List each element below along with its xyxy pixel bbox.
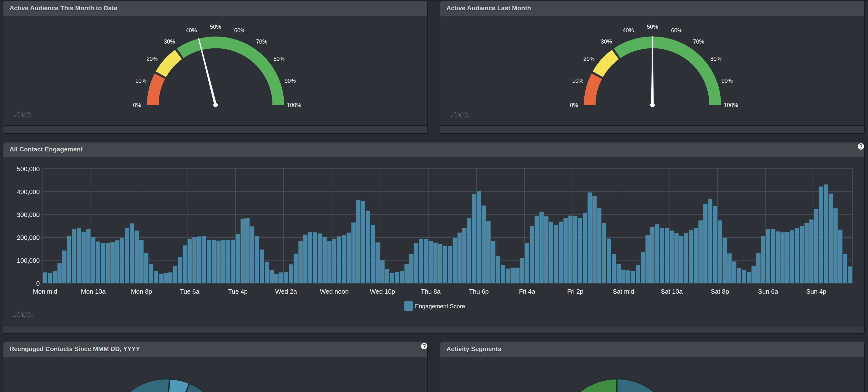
svg-text:?: ? [423, 343, 426, 349]
svg-text:40%: 40% [623, 27, 634, 34]
svg-text:30%: 30% [164, 38, 175, 45]
svg-text:100,000: 100,000 [17, 257, 40, 264]
svg-text:Tue 4p: Tue 4p [228, 288, 248, 295]
svg-text:Reengaged Contacts Since MMM D: Reengaged Contacts Since MMM DD, YYYY [9, 345, 140, 353]
svg-text:10%: 10% [135, 78, 147, 84]
svg-text:Sat 10a: Sat 10a [661, 288, 683, 295]
svg-text:20%: 20% [147, 56, 158, 62]
svg-text:Thu 8a: Thu 8a [421, 288, 441, 295]
svg-text:Active Audience Last Month: Active Audience Last Month [446, 4, 531, 12]
svg-text:Engagement Score: Engagement Score [415, 303, 465, 309]
svg-text:200,000: 200,000 [17, 234, 40, 241]
svg-text:50%: 50% [647, 24, 658, 30]
svg-text:0: 0 [36, 280, 40, 287]
svg-text:90%: 90% [285, 78, 296, 84]
svg-text:500,000: 500,000 [17, 165, 40, 173]
svg-text:30%: 30% [601, 38, 612, 45]
svg-text:Fri 2p: Fri 2p [567, 288, 583, 295]
svg-text:90%: 90% [721, 78, 733, 84]
svg-text:All Contact Engagement: All Contact Engagement [9, 145, 83, 153]
svg-text:Mon 10a: Mon 10a [81, 288, 106, 295]
svg-text:0%: 0% [570, 102, 578, 108]
svg-text:Fri 4a: Fri 4a [519, 288, 535, 295]
svg-text:80%: 80% [710, 56, 721, 62]
svg-text:Wed noon: Wed noon [320, 288, 349, 295]
svg-text:80%: 80% [273, 56, 285, 62]
svg-text:40%: 40% [186, 27, 197, 34]
svg-text:Sat 8p: Sat 8p [711, 288, 729, 295]
svg-text:10%: 10% [572, 78, 583, 84]
svg-text:Active Audience This Month to: Active Audience This Month to Date [9, 4, 118, 12]
svg-text:Sat mid: Sat mid [613, 288, 634, 295]
svg-text:300,000: 300,000 [17, 211, 40, 219]
svg-text:Thu 6p: Thu 6p [469, 288, 489, 295]
svg-text:Wed 10p: Wed 10p [370, 288, 395, 295]
svg-text:0%: 0% [133, 102, 141, 108]
svg-text:Mon 8p: Mon 8p [131, 288, 152, 295]
svg-text:100%: 100% [724, 102, 738, 108]
svg-text:?: ? [859, 143, 863, 150]
svg-text:Mon mid: Mon mid [33, 288, 57, 295]
svg-text:100%: 100% [287, 102, 301, 108]
svg-text:50%: 50% [210, 24, 221, 30]
svg-text:60%: 60% [234, 27, 245, 34]
svg-text:Tue 6a: Tue 6a [180, 288, 199, 295]
svg-text:70%: 70% [256, 38, 267, 45]
svg-text:Wed 2a: Wed 2a [275, 288, 297, 295]
svg-text:70%: 70% [693, 38, 704, 45]
svg-text:20%: 20% [583, 56, 595, 62]
svg-text:Sun 4p: Sun 4p [806, 288, 826, 295]
svg-text:400,000: 400,000 [17, 188, 40, 196]
svg-text:Sun 6a: Sun 6a [758, 288, 778, 295]
svg-text:Activity Segments: Activity Segments [446, 345, 501, 353]
svg-text:60%: 60% [671, 27, 682, 34]
